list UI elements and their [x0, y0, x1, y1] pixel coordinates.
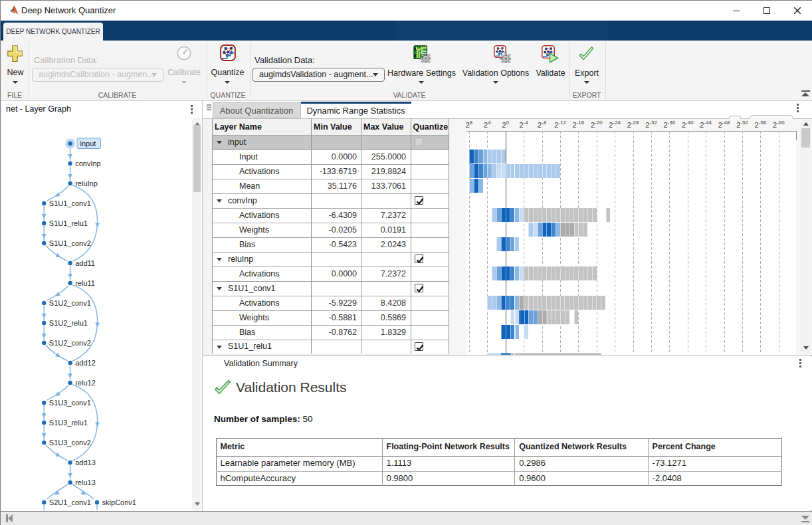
svg-text:S1U2_conv1: S1U2_conv1 — [49, 299, 91, 307]
svg-text:input: input — [80, 140, 96, 148]
svg-text:relu13: relu13 — [75, 478, 96, 486]
svg-text:convInp: convInp — [75, 159, 101, 167]
svg-text:S1U2_conv2: S1U2_conv2 — [49, 339, 91, 347]
svg-text:S1U3_relu1: S1U3_relu1 — [49, 419, 88, 427]
svg-text:relu11: relu11 — [75, 279, 95, 287]
svg-text:S1U2_relu1: S1U2_relu1 — [49, 319, 88, 327]
svg-text:S1U1_relu1: S1U1_relu1 — [49, 219, 88, 227]
svg-text:add12: add12 — [75, 359, 96, 367]
svg-text:S2U1_conv1: S2U1_conv1 — [49, 498, 91, 506]
svg-text:add13: add13 — [75, 459, 96, 467]
svg-text:S1U3_conv2: S1U3_conv2 — [49, 439, 91, 447]
svg-text:S1U1_conv2: S1U1_conv2 — [49, 239, 91, 247]
svg-text:S1U1_conv1: S1U1_conv1 — [49, 199, 91, 207]
svg-text:skipConv1: skipConv1 — [102, 498, 136, 506]
svg-text:S1U3_conv1: S1U3_conv1 — [49, 399, 91, 407]
svg-text:reluInp: reluInp — [75, 179, 98, 187]
svg-text:add11: add11 — [75, 259, 95, 267]
svg-text:relu12: relu12 — [75, 379, 96, 387]
